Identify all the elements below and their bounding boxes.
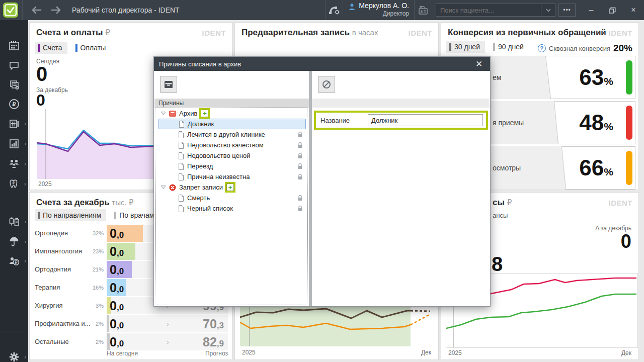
lock-icon-wrap (297, 205, 303, 213)
toggle-december-0[interactable]: По направлениям (35, 209, 106, 221)
sidebar-item-settings-gear[interactable]: › (0, 347, 28, 362)
tree-item[interactable]: Недовольство качеством (156, 140, 307, 150)
tab-invoices-0[interactable]: Счета (35, 42, 67, 54)
lock-icon (297, 142, 303, 148)
tree-item[interactable]: Недовольство ценой (156, 150, 307, 161)
tree-item-label: Смерть (187, 194, 210, 202)
tree-item-label: Черный список (187, 205, 233, 212)
restore-icon (609, 7, 616, 14)
restore-button[interactable] (602, 0, 623, 20)
ident-watermark: IDENT (609, 199, 633, 207)
sidebar-item-cash-register[interactable]: › (0, 114, 28, 133)
tree-item[interactable]: Смерть (156, 193, 307, 203)
december-row[interactable]: Остальные2%0,0›82,9 (30, 333, 232, 351)
search-dropdown-button[interactable] (541, 4, 555, 16)
panel-title: Предварительная запись в часах (242, 28, 378, 38)
axis-year-label: 2025 (242, 349, 256, 356)
back-arrow-icon[interactable] (30, 6, 43, 15)
december-row[interactable]: Профилактика и...2%0,0›70,3 (30, 315, 232, 333)
footer-today-label: На сегодня (107, 350, 138, 357)
footer-forecast-label: Прогноз (205, 350, 228, 357)
tree-item[interactable]: Черный список (156, 203, 307, 214)
sidebar-item-payments-ruble[interactable]: ₽ (0, 95, 28, 114)
lock-icon-wrap (297, 142, 303, 150)
phone-settings-button[interactable] (326, 0, 343, 20)
lock-icon-wrap (297, 131, 303, 139)
right-pane-header (312, 99, 490, 108)
patient-search (436, 4, 555, 17)
patient-search-input[interactable] (436, 7, 541, 14)
chevron-right-icon: › (24, 120, 26, 127)
minimize-button[interactable]: – (581, 0, 602, 20)
tree-item-label: Должник (188, 120, 214, 128)
sidebar-item-medications[interactable]: › (0, 212, 28, 231)
axis-end-label: Дек (621, 349, 631, 356)
axis-year-label: 2025 (448, 349, 462, 356)
today-value: 0,0 (110, 299, 124, 313)
tree-item[interactable]: Переезд (156, 161, 307, 171)
lock-icon-wrap (297, 195, 303, 203)
expander-icon[interactable] (160, 111, 166, 116)
block-tool-button[interactable] (318, 76, 335, 93)
tab-label: По направлениям (43, 211, 101, 219)
archive-tool-button[interactable] (160, 76, 177, 93)
tree-header: Причины (154, 99, 309, 108)
tree-group-0[interactable]: Архив+ (156, 108, 307, 119)
chevron-right-icon: › (24, 160, 26, 167)
help-icon[interactable]: ? (538, 44, 546, 52)
close-button[interactable]: × (623, 0, 644, 20)
direction-label: Ортодонтия (35, 265, 71, 273)
add-reason-button[interactable]: + (201, 110, 208, 117)
sidebar-item-insurance-umbrella[interactable]: › (0, 232, 28, 251)
dialog-close-button[interactable]: ✕ (472, 57, 486, 71)
tab-label: По врачам (119, 211, 154, 219)
currency-sign: ₽ (105, 28, 110, 37)
salary-person-ruble-icon: ₽ (9, 255, 20, 266)
forward-arrow-icon[interactable] (50, 6, 63, 15)
sidebar-item-documents-check[interactable] (0, 75, 28, 95)
chat-icon (9, 60, 20, 71)
name-field-input[interactable] (368, 114, 483, 126)
sidebar-item-treatment-tooth[interactable]: ₽› (0, 174, 28, 194)
current-user-button[interactable]: Меркулов А. О. Директор (343, 0, 414, 20)
chevron-right-icon: › (24, 140, 26, 147)
medications-icon (9, 216, 20, 227)
chevron-right-icon: › (24, 180, 26, 188)
sidebar-item-staff-people[interactable]: › (0, 154, 28, 173)
direction-label: Терапия (35, 284, 60, 291)
tab-label: 30 дней (454, 43, 480, 51)
conversion-value: 63% (579, 65, 613, 90)
sidebar-item-chat[interactable] (0, 56, 28, 75)
user-icon (348, 3, 356, 11)
sidebar-item-schedule-calendar[interactable] (0, 36, 28, 55)
sidebar-item-salary-person-ruble[interactable]: ₽› (0, 251, 28, 270)
toggle-conversion-0[interactable]: 30 дней (446, 41, 485, 53)
ban-group-icon (169, 184, 176, 191)
toggle-december-1[interactable]: По врачам (111, 209, 159, 221)
lock-icon-wrap (297, 163, 303, 171)
add-reason-button[interactable]: + (226, 184, 234, 191)
toggle-conversion-1[interactable]: 90 дней (490, 41, 529, 53)
tree-group-label: Запрет записи (179, 184, 223, 191)
expander-icon[interactable] (160, 185, 166, 190)
sidebar-item-reports-chart[interactable]: › (0, 134, 28, 153)
tab-invoices-1[interactable]: Оплаты (72, 42, 111, 54)
app-logo-icon (3, 3, 18, 18)
patient-card-return-button[interactable] (415, 0, 432, 20)
tree-item[interactable]: Лечится в другой клинике (156, 129, 307, 140)
tree-group-1[interactable]: Запрет записи+ (156, 182, 307, 193)
conversion-value: 66% (579, 155, 613, 180)
legend-fragment: ансы (493, 212, 508, 219)
through-conversion-label: Сквозная конверсия (549, 45, 610, 52)
search-more-button[interactable]: ••• (558, 4, 576, 17)
tree-item[interactable]: Причина неизвестна (156, 171, 307, 182)
ident-watermark: IDENT (609, 29, 633, 37)
tree-item[interactable]: Должник (158, 119, 306, 129)
document-icon (178, 195, 184, 202)
chevron-right-icon: › (24, 238, 26, 245)
value-bar (107, 315, 109, 332)
direction-label: Имплантология (35, 247, 82, 255)
direction-label: Ортопедия (35, 229, 68, 237)
treatment-tooth-icon: ₽ (9, 178, 20, 190)
direction-share: 16% (80, 285, 104, 291)
